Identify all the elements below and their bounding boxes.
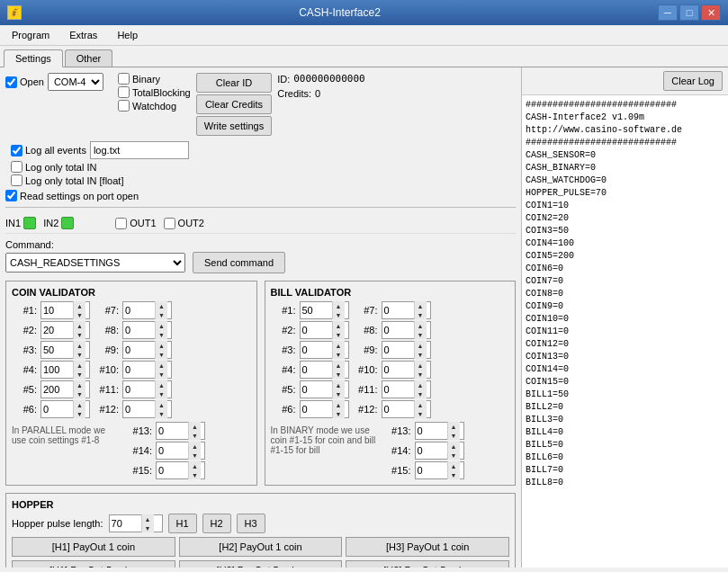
coin-spin-6[interactable]: ▲▼ <box>40 400 90 418</box>
coin-down-2[interactable]: ▼ <box>74 330 85 339</box>
hopper-pulse-input[interactable] <box>110 515 141 532</box>
binary-label[interactable]: Binary <box>118 73 191 85</box>
bill-spin-7[interactable]: ▲▼ <box>382 301 431 319</box>
coin-down-10[interactable]: ▼ <box>156 370 167 379</box>
bill-up-9[interactable]: ▲ <box>415 341 427 350</box>
coin-spin-1[interactable]: ▲▼ <box>40 301 90 319</box>
coin-up-9[interactable]: ▲ <box>156 341 167 350</box>
log-all-label[interactable]: Log all events <box>11 145 86 156</box>
com-port-select[interactable]: COM-4 COM-1 COM-2 COM-3 COM-5 <box>48 73 103 91</box>
coin-down-6[interactable]: ▼ <box>74 409 85 418</box>
bill-spin-14[interactable]: ▲▼ <box>415 442 464 460</box>
bill-up-15[interactable]: ▲ <box>448 461 460 470</box>
coin-spin-7[interactable]: ▲▼ <box>122 301 172 319</box>
bill-down-13[interactable]: ▼ <box>448 431 460 440</box>
coin-up-1[interactable]: ▲ <box>74 301 85 310</box>
coin-down-8[interactable]: ▼ <box>156 330 167 339</box>
h2-button[interactable]: H2 <box>202 514 231 533</box>
coin-up-2[interactable]: ▲ <box>74 321 85 330</box>
bill-up-7[interactable]: ▲ <box>415 301 427 310</box>
coin-up-13[interactable]: ▲ <box>189 422 201 431</box>
coin-down-13[interactable]: ▼ <box>189 431 201 440</box>
coin-up-14[interactable]: ▲ <box>189 442 201 451</box>
coin-up-5[interactable]: ▲ <box>74 380 85 389</box>
tab-settings[interactable]: Settings <box>4 49 63 67</box>
coin-up-3[interactable]: ▲ <box>74 341 85 350</box>
clear-credits-button[interactable]: Clear Credits <box>196 94 272 114</box>
coin-input-9[interactable] <box>123 342 155 358</box>
bill-up-12[interactable]: ▲ <box>415 400 427 409</box>
coin-spin-15[interactable]: ▲▼ <box>156 461 205 479</box>
coin-spin-4[interactable]: ▲▼ <box>40 361 90 379</box>
maximize-button[interactable]: □ <box>679 4 699 21</box>
bill-up-4[interactable]: ▲ <box>333 361 345 370</box>
bill-up-2[interactable]: ▲ <box>333 321 345 330</box>
coin-up-10[interactable]: ▲ <box>156 361 167 370</box>
coin-spin-9[interactable]: ▲▼ <box>122 341 172 359</box>
h1-button[interactable]: H1 <box>168 514 197 533</box>
log-area[interactable]: ############################CASH-Interfa… <box>522 95 728 568</box>
coin-input-8[interactable] <box>123 322 155 338</box>
menu-help[interactable]: Help <box>109 27 146 43</box>
total-blocking-label[interactable]: TotalBlocking <box>118 86 191 98</box>
bill-down-8[interactable]: ▼ <box>415 330 427 339</box>
bill-spin-6[interactable]: ▲▼ <box>300 400 349 418</box>
bill-down-15[interactable]: ▼ <box>448 470 460 479</box>
coin-spin-3[interactable]: ▲▼ <box>40 341 90 359</box>
log-filename-input[interactable] <box>90 141 189 159</box>
write-settings-button[interactable]: Write settings <box>196 116 272 136</box>
open-checkbox-label[interactable]: Open <box>5 76 44 88</box>
out1-checkbox[interactable] <box>115 218 127 229</box>
coin-spin-5[interactable]: ▲▼ <box>40 380 90 398</box>
coin-up-7[interactable]: ▲ <box>156 301 167 310</box>
bill-down-11[interactable]: ▼ <box>415 389 427 398</box>
bill-up-11[interactable]: ▲ <box>415 380 427 389</box>
coin-spin-8[interactable]: ▲▼ <box>122 321 172 339</box>
coin-input-12[interactable] <box>123 401 155 417</box>
hopper-pulse-up[interactable]: ▲ <box>142 514 154 523</box>
coin-spin-13[interactable]: ▲▼ <box>156 422 205 440</box>
coin-input-14[interactable] <box>157 442 188 459</box>
h1-payout5-button[interactable]: [H1] PayOut 5 coins <box>12 560 175 568</box>
bill-down-7[interactable]: ▼ <box>415 310 427 319</box>
coin-input-7[interactable] <box>123 302 155 318</box>
h3-button[interactable]: H3 <box>237 514 265 533</box>
bill-down-12[interactable]: ▼ <box>415 409 427 418</box>
bill-down-5[interactable]: ▼ <box>333 389 345 398</box>
clear-log-button[interactable]: Clear Log <box>663 71 723 91</box>
coin-down-15[interactable]: ▼ <box>189 470 201 479</box>
read-settings-checkbox[interactable] <box>5 190 17 201</box>
coin-down-4[interactable]: ▼ <box>74 370 85 379</box>
menu-extras[interactable]: Extras <box>61 27 105 43</box>
bill-spin-5[interactable]: ▲▼ <box>300 380 349 398</box>
log-float-label[interactable]: Log only total IN [float] <box>11 174 123 186</box>
log-total-checkbox[interactable] <box>11 161 22 173</box>
bill-down-2[interactable]: ▼ <box>333 330 345 339</box>
clear-id-button[interactable]: Clear ID <box>196 73 272 93</box>
log-float-checkbox[interactable] <box>11 174 22 186</box>
bill-up-8[interactable]: ▲ <box>415 321 427 330</box>
bill-up-13[interactable]: ▲ <box>448 422 460 431</box>
bill-input-9[interactable] <box>382 342 414 358</box>
log-total-label[interactable]: Log only total IN <box>11 161 189 173</box>
bill-down-3[interactable]: ▼ <box>333 350 345 359</box>
bill-input-1[interactable] <box>301 302 332 318</box>
bill-down-10[interactable]: ▼ <box>415 370 427 379</box>
menu-program[interactable]: Program <box>4 27 58 43</box>
coin-input-6[interactable] <box>41 401 73 417</box>
h3-payout5-button[interactable]: [H3] PayOut 5 coins <box>346 560 509 568</box>
open-checkbox[interactable] <box>5 76 17 88</box>
bill-input-14[interactable] <box>416 442 447 459</box>
close-button[interactable]: ✕ <box>701 4 721 21</box>
bill-spin-2[interactable]: ▲▼ <box>300 321 349 339</box>
bill-down-9[interactable]: ▼ <box>415 350 427 359</box>
coin-spin-11[interactable]: ▲▼ <box>122 380 172 398</box>
coin-down-11[interactable]: ▼ <box>156 389 167 398</box>
coin-input-4[interactable] <box>41 362 73 378</box>
bill-spin-11[interactable]: ▲▼ <box>382 380 431 398</box>
bill-input-3[interactable] <box>301 342 332 358</box>
coin-up-8[interactable]: ▲ <box>156 321 167 330</box>
bill-input-11[interactable] <box>382 381 414 398</box>
bill-input-2[interactable] <box>301 322 332 338</box>
bill-spin-3[interactable]: ▲▼ <box>300 341 349 359</box>
